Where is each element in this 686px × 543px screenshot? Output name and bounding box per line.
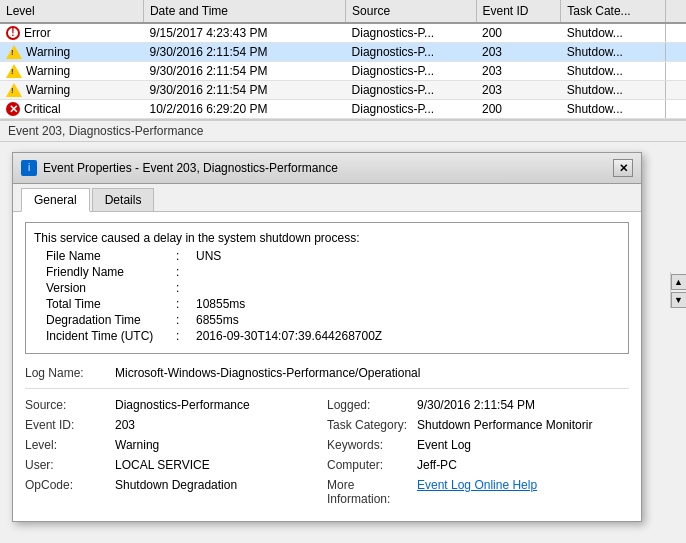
- dialog-content: This service caused a delay in the syste…: [13, 212, 641, 521]
- col-level[interactable]: Level: [0, 0, 143, 23]
- detail-label: User:: [25, 458, 115, 472]
- level-text: Warning: [26, 45, 70, 59]
- table-row[interactable]: !Error9/15/2017 4:23:43 PMDiagnostics-P.…: [0, 23, 686, 43]
- dialog-icon: i: [21, 160, 37, 176]
- message-field-value: 6855ms: [196, 313, 620, 327]
- source-cell: Diagnostics-P...: [346, 62, 476, 81]
- task_cat-cell: Shutdow...: [561, 43, 665, 62]
- detail-label: Level:: [25, 438, 115, 452]
- detail-label: Task Category:: [327, 418, 417, 432]
- event-table-container: Level Date and Time Source Event ID Task…: [0, 0, 686, 120]
- message-field-value: 10855ms: [196, 297, 620, 311]
- detail-row: OpCode:Shutdown Degradation: [25, 477, 327, 507]
- warning-icon: [6, 45, 22, 59]
- task_cat-cell: Shutdow...: [561, 81, 665, 100]
- datetime-cell: 9/15/2017 4:23:43 PM: [143, 23, 345, 43]
- col-taskcat[interactable]: Task Cate...: [561, 0, 665, 23]
- message-field-value: [196, 281, 620, 295]
- detail-row: Task Category:Shutdown Performance Monit…: [327, 417, 629, 433]
- message-field-label: Incident Time (UTC): [46, 329, 176, 343]
- detail-row: Source:Diagnostics-Performance: [25, 397, 327, 413]
- message-field-label: Total Time: [46, 297, 176, 311]
- dialog-titlebar: i Event Properties - Event 203, Diagnost…: [13, 153, 641, 184]
- source-cell: Diagnostics-P...: [346, 43, 476, 62]
- table-row[interactable]: Warning9/30/2016 2:11:54 PMDiagnostics-P…: [0, 81, 686, 100]
- critical-icon: ✕: [6, 102, 20, 116]
- table-row[interactable]: Warning9/30/2016 2:11:54 PMDiagnostics-P…: [0, 62, 686, 81]
- level-text: Critical: [24, 102, 61, 116]
- detail-row: More Information:Event Log Online Help: [327, 477, 629, 507]
- main-area: i Event Properties - Event 203, Diagnost…: [0, 142, 686, 522]
- message-fields: File Name:UNSFriendly Name:Version:Total…: [34, 249, 620, 343]
- scroll-up-button[interactable]: ▲: [671, 274, 687, 290]
- tab-general[interactable]: General: [21, 188, 90, 212]
- event-message-box: This service caused a delay in the syste…: [25, 222, 629, 354]
- detail-value-link[interactable]: Event Log Online Help: [417, 478, 629, 506]
- log-name-value: Microsoft-Windows-Diagnostics-Performanc…: [115, 366, 629, 380]
- message-field-row: Degradation Time:6855ms: [46, 313, 620, 327]
- status-text: Event 203, Diagnostics-Performance: [8, 124, 203, 138]
- detail-label: More Information:: [327, 478, 417, 506]
- message-field-label: File Name: [46, 249, 176, 263]
- detail-value: Shutdown Degradation: [115, 478, 327, 506]
- warning-icon: [6, 64, 22, 78]
- detail-label: Computer:: [327, 458, 417, 472]
- detail-row: Computer:Jeff-PC: [327, 457, 629, 473]
- message-field-label: Degradation Time: [46, 313, 176, 327]
- message-field-row: Total Time:10855ms: [46, 297, 620, 311]
- detail-value: Diagnostics-Performance: [115, 398, 327, 412]
- datetime-cell: 9/30/2016 2:11:54 PM: [143, 62, 345, 81]
- message-header: This service caused a delay in the syste…: [34, 231, 620, 245]
- event_id-cell: 203: [476, 81, 561, 100]
- event_id-cell: 203: [476, 62, 561, 81]
- detail-value: Event Log: [417, 438, 629, 452]
- col-source[interactable]: Source: [346, 0, 476, 23]
- detail-value: 9/30/2016 2:11:54 PM: [417, 398, 629, 412]
- detail-value: Jeff-PC: [417, 458, 629, 472]
- warning-icon: [6, 83, 22, 97]
- datetime-cell: 10/2/2016 6:29:20 PM: [143, 100, 345, 119]
- detail-label: Event ID:: [25, 418, 115, 432]
- dialog-close-button[interactable]: ✕: [613, 159, 633, 177]
- table-row[interactable]: ✕Critical10/2/2016 6:29:20 PMDiagnostics…: [0, 100, 686, 119]
- col-datetime[interactable]: Date and Time: [143, 0, 345, 23]
- detail-row: Keywords:Event Log: [327, 437, 629, 453]
- detail-value: Warning: [115, 438, 327, 452]
- message-field-value: [196, 265, 620, 279]
- status-bar: Event 203, Diagnostics-Performance: [0, 120, 686, 142]
- col-eventid[interactable]: Event ID: [476, 0, 561, 23]
- source-cell: Diagnostics-P...: [346, 81, 476, 100]
- level-text: Warning: [26, 83, 70, 97]
- task_cat-cell: Shutdow...: [561, 62, 665, 81]
- message-field-colon: :: [176, 297, 196, 311]
- dialog-title-left: i Event Properties - Event 203, Diagnost…: [21, 160, 338, 176]
- event_id-cell: 200: [476, 23, 561, 43]
- source-cell: Diagnostics-P...: [346, 23, 476, 43]
- datetime-cell: 9/30/2016 2:11:54 PM: [143, 43, 345, 62]
- detail-label: OpCode:: [25, 478, 115, 506]
- detail-label: Source:: [25, 398, 115, 412]
- message-field-value: 2016-09-30T14:07:39.644268700Z: [196, 329, 620, 343]
- detail-row: User:LOCAL SERVICE: [25, 457, 327, 473]
- log-name-label: Log Name:: [25, 366, 115, 380]
- event-properties-dialog: i Event Properties - Event 203, Diagnost…: [12, 152, 642, 522]
- message-field-colon: :: [176, 329, 196, 343]
- event-table: Level Date and Time Source Event ID Task…: [0, 0, 686, 119]
- message-field-label: Friendly Name: [46, 265, 176, 279]
- message-field-row: Incident Time (UTC):2016-09-30T14:07:39.…: [46, 329, 620, 343]
- error-icon: !: [6, 26, 20, 40]
- scroll-down-button[interactable]: ▼: [671, 292, 687, 308]
- task_cat-cell: Shutdow...: [561, 23, 665, 43]
- col-scroll-spacer: [665, 0, 686, 23]
- task_cat-cell: Shutdow...: [561, 100, 665, 119]
- detail-value: 203: [115, 418, 327, 432]
- message-field-colon: :: [176, 249, 196, 263]
- event_id-cell: 203: [476, 43, 561, 62]
- detail-row: Event ID:203: [25, 417, 327, 433]
- message-field-colon: :: [176, 313, 196, 327]
- detail-label: Logged:: [327, 398, 417, 412]
- dialog-title-text: Event Properties - Event 203, Diagnostic…: [43, 161, 338, 175]
- tab-details[interactable]: Details: [92, 188, 155, 211]
- detail-value: Shutdown Performance Monitorir: [417, 418, 629, 432]
- table-row[interactable]: Warning9/30/2016 2:11:54 PMDiagnostics-P…: [0, 43, 686, 62]
